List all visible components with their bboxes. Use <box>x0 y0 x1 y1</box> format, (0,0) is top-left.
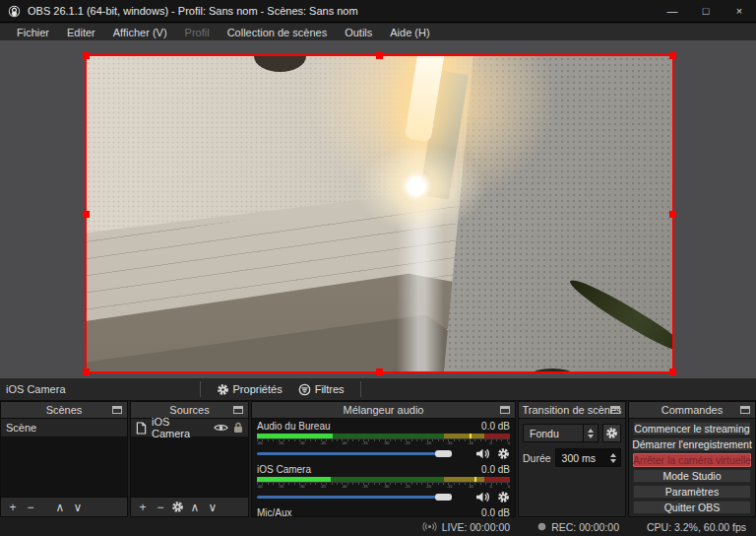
duration-label: Durée <box>523 452 551 464</box>
lock-icon[interactable] <box>233 422 243 434</box>
remove-scene-button[interactable]: − <box>24 499 37 516</box>
settings-button[interactable]: Paramètres <box>633 485 751 499</box>
obs-window: OBS 26.1.1 (64-bit, windows) - Profil: S… <box>0 0 756 536</box>
source-toolbar-buttons: Propriétés Filtres <box>192 378 369 400</box>
menu-editer[interactable]: Editer <box>58 27 104 38</box>
controls-body: Commencer le streaming Démarrer l'enregi… <box>629 419 755 516</box>
sources-dock-title: Sources <box>169 404 209 416</box>
menu-fichier[interactable]: Fichier <box>8 27 58 38</box>
filters-button[interactable]: Filtres <box>290 379 352 399</box>
mixer-body: Audio du Bureau 0.0 dB -60-55-50-45-40-3… <box>252 419 515 516</box>
menu-collection-scenes[interactable]: Collection de scènes <box>219 27 337 38</box>
preview-canvas[interactable] <box>0 40 756 378</box>
scenes-toolbar: + − ∧ ∨ <box>1 497 127 516</box>
filters-label: Filtres <box>315 383 345 395</box>
transitions-body: Fondu Durée <box>519 419 625 516</box>
transitions-dock-header[interactable]: Transition de scènes <box>519 402 625 419</box>
controls-dock-title: Commandes <box>662 404 723 416</box>
duration-spinner[interactable] <box>606 449 620 466</box>
volume-slider[interactable] <box>257 490 469 504</box>
dock-float-icon[interactable] <box>610 406 620 414</box>
maximize-button[interactable]: □ <box>689 0 723 22</box>
window-controls: — □ × <box>656 0 756 22</box>
transition-select[interactable]: Fondu <box>523 424 598 442</box>
speaker-icon[interactable] <box>475 491 490 503</box>
controls-dock-header[interactable]: Commandes <box>629 402 755 419</box>
move-source-up-button[interactable]: ∧ <box>188 499 202 516</box>
menu-outils[interactable]: Outils <box>336 27 381 38</box>
studio-mode-button[interactable]: Mode Studio <box>633 469 751 483</box>
file-icon <box>136 422 147 435</box>
transitions-dock-title: Transition de scènes <box>522 404 621 416</box>
combo-spinner[interactable] <box>583 425 598 441</box>
rec-time: REC: 00:00:00 <box>551 521 619 533</box>
audio-mixer-dock: Mélangeur audio Audio du Bureau 0.0 dB -… <box>251 401 516 517</box>
spin-up-icon <box>588 429 594 433</box>
duration-input[interactable]: 300 ms <box>555 448 621 467</box>
live-time: LIVE: 00:00:00 <box>442 521 510 533</box>
menu-bar: Fichier Editer Afficher (V) Profil Colle… <box>0 24 756 40</box>
scenes-dock-title: Scènes <box>46 404 83 416</box>
source-name: iOS Camera <box>152 416 209 439</box>
rec-status: REC: 00:00:00 <box>537 521 619 533</box>
filter-icon <box>298 383 311 396</box>
move-scene-up-button[interactable]: ∧ <box>53 499 67 516</box>
stop-virtual-camera-button[interactable]: Arrêter la caméra virtuelle <box>633 453 751 467</box>
dock-float-icon[interactable] <box>740 406 750 414</box>
scenes-dock: Scènes Scène + − ∧ ∨ <box>0 401 128 517</box>
cpu-fps-status: CPU: 3.2%, 60.00 fps <box>647 521 746 533</box>
move-source-down-button[interactable]: ∨ <box>206 499 220 516</box>
toolbar-separator <box>360 381 361 397</box>
channel-db-value: 0.0 dB <box>481 507 510 516</box>
start-recording-button[interactable]: Démarrer l'enregistrement <box>633 437 751 451</box>
menu-aide[interactable]: Aide (H) <box>381 27 438 38</box>
record-dot-icon <box>537 522 546 531</box>
sources-dock: Sources iOS Camera <box>130 401 249 517</box>
eye-visibility-icon[interactable] <box>214 423 228 433</box>
gear-icon <box>605 427 618 439</box>
quit-obs-button[interactable]: Quitter OBS <box>633 501 751 514</box>
move-scene-down-button[interactable]: ∨ <box>71 499 85 516</box>
menu-profil: Profil <box>176 27 219 38</box>
mixer-channel-mic-aux: Mic/Aux 0.0 dB <box>257 507 510 516</box>
live-status: LIVE: 00:00:00 <box>422 521 510 533</box>
dock-area: Scènes Scène + − ∧ ∨ Sources <box>0 401 756 517</box>
transition-settings-button[interactable] <box>602 424 621 442</box>
properties-button[interactable]: Propriétés <box>209 379 290 399</box>
spin-down-icon <box>588 435 594 438</box>
start-streaming-button[interactable]: Commencer le streaming <box>633 422 751 436</box>
dock-float-icon[interactable] <box>500 406 510 414</box>
properties-label: Propriétés <box>233 383 283 395</box>
dock-float-icon[interactable] <box>112 406 122 414</box>
speaker-icon[interactable] <box>475 447 490 460</box>
spin-down-icon <box>610 459 616 463</box>
close-button[interactable]: × <box>723 0 756 22</box>
channel-name: Audio du Bureau <box>257 421 331 433</box>
channel-db-value: 0.0 dB <box>481 421 510 433</box>
source-properties-gear-icon[interactable] <box>171 501 184 513</box>
slider-handle[interactable] <box>435 494 452 501</box>
scene-list-item[interactable]: Scène <box>1 419 127 436</box>
slider-handle[interactable] <box>435 450 452 457</box>
channel-settings-gear-icon[interactable] <box>497 491 510 503</box>
channel-settings-gear-icon[interactable] <box>497 447 510 460</box>
mixer-dock-header[interactable]: Mélangeur audio <box>252 402 515 419</box>
remove-source-button[interactable]: − <box>154 499 167 516</box>
add-scene-button[interactable]: + <box>6 499 20 516</box>
scenes-dock-header[interactable]: Scènes <box>1 402 127 419</box>
status-bar: LIVE: 00:00:00 REC: 00:00:00 CPU: 3.2%, … <box>0 517 756 536</box>
menu-afficher[interactable]: Afficher (V) <box>104 27 176 38</box>
meter-scale: -60-55-50-45-40-35-30-25-20-15-10-50 <box>257 482 510 489</box>
window-title: OBS 26.1.1 (64-bit, windows) - Profil: S… <box>28 5 358 17</box>
sources-list[interactable]: iOS Camera <box>131 419 248 497</box>
scenes-list[interactable]: Scène <box>1 419 127 497</box>
volume-slider[interactable] <box>257 446 469 461</box>
mixer-channel-desktop-audio: Audio du Bureau 0.0 dB -60-55-50-45-40-3… <box>257 421 510 461</box>
source-list-item[interactable]: iOS Camera <box>131 419 248 436</box>
meter-peak-marker <box>470 434 472 438</box>
add-source-button[interactable]: + <box>136 499 150 516</box>
camera-preview[interactable] <box>87 56 672 371</box>
obs-logo-icon <box>8 5 21 18</box>
minimize-button[interactable]: — <box>656 0 689 22</box>
dock-float-icon[interactable] <box>233 406 243 414</box>
